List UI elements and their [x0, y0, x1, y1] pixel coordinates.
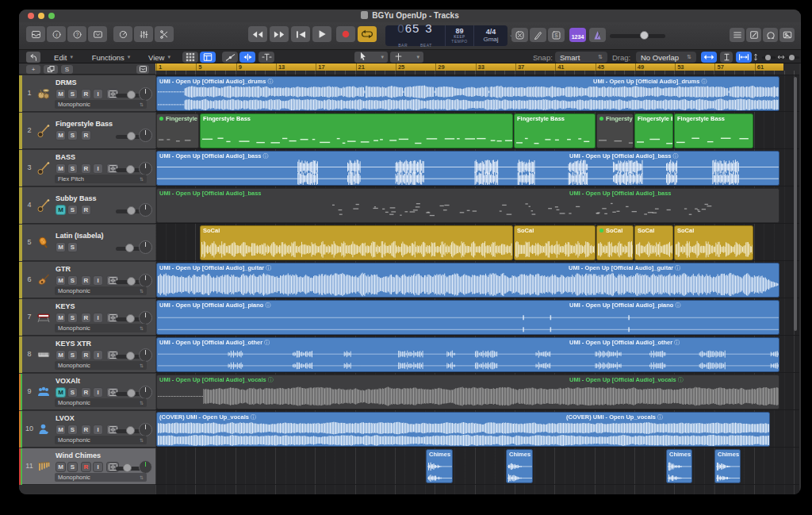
track-volume-slider[interactable] — [116, 133, 141, 141]
lcd-position[interactable]: 0653 BARBEAT — [385, 25, 446, 46]
scroll-arrows-button[interactable] — [701, 52, 717, 63]
region-fingerstyle-bass[interactable]: Fingerstyle Bass — [200, 113, 513, 148]
solo-mode-button[interactable]: S — [548, 28, 565, 42]
track-lane[interactable]: UMI - Open Up [Official Audio]_bass ⓘUMI… — [155, 150, 799, 186]
smart-controls-button[interactable] — [113, 26, 132, 42]
track-record-button[interactable]: R — [81, 89, 91, 99]
track-flex-mode-dropdown[interactable]: Monophonic⇅ — [55, 361, 147, 370]
track-volume-slider[interactable] — [116, 464, 141, 473]
tracks-area[interactable]: 15913172125293337414549535761 UMI - Open… — [155, 63, 799, 494]
track-flex-mode-dropdown[interactable]: Monophonic⇅ — [55, 398, 147, 407]
track-mute-button[interactable]: M — [56, 387, 66, 398]
layout-button[interactable] — [200, 52, 216, 63]
track-solo-button[interactable]: S — [67, 242, 78, 252]
track-pan-knob[interactable] — [139, 386, 152, 399]
track-header-subby-bass[interactable]: 4Subby BassMSR — [19, 187, 155, 224]
track-volume-slider[interactable] — [116, 427, 141, 436]
track-header-latin-isabela-[interactable]: 5Latin (Isabela)MS — [19, 225, 155, 261]
region-umi-open-up-official-audio-bass[interactable]: UMI - Open Up [Official Audio]_bass ⓘUMI… — [156, 151, 779, 186]
count-in-button[interactable]: 1234 — [569, 28, 586, 42]
track-lane[interactable]: UMI - Open Up [Official Audio]_guitar ⓘU… — [155, 262, 799, 298]
track-solo-button[interactable]: S — [67, 350, 78, 360]
region-chimes-2-1[interactable]: Chimes 2.1 — [426, 449, 453, 483]
track-input-monitor-button[interactable]: I — [93, 89, 103, 99]
lcd-display[interactable]: 0653 BARBEAT 89 KEEP TEMPO 4/4 Gmaj — [385, 25, 508, 46]
track-flex-mode-dropdown[interactable]: Monophonic⇅ — [55, 324, 147, 332]
track-lane[interactable]: (COVER) UMI - Open Up_vocals ⓘ(COVER) UM… — [155, 411, 799, 448]
track-solo-button[interactable]: S — [67, 163, 78, 174]
track-volume-slider[interactable] — [116, 390, 141, 398]
mixer-button[interactable] — [134, 26, 153, 42]
track-solo-button[interactable]: S — [67, 313, 78, 323]
track-pan-knob[interactable] — [139, 460, 152, 474]
track-record-button[interactable]: R — [81, 387, 91, 398]
track-lane[interactable]: UMI - Open Up [Official Audio]_piano ⓘUM… — [155, 299, 799, 336]
track-solo-button[interactable]: S — [67, 387, 78, 398]
track-volume-slider[interactable] — [116, 278, 141, 286]
region-fingerstyle-ba[interactable]: Fingerstyle Ba — [156, 113, 199, 148]
track-mute-button[interactable]: M — [56, 425, 66, 435]
track-input-monitor-button[interactable]: I — [93, 350, 103, 360]
lcd-tempo[interactable]: 89 KEEP TEMPO — [446, 25, 474, 46]
track-name[interactable]: KEYS XTR — [56, 340, 91, 348]
track-mute-button[interactable]: M — [56, 275, 66, 286]
track-pan-knob[interactable] — [139, 240, 152, 254]
track-flex-mode-dropdown[interactable]: Monophonic⇅ — [55, 473, 147, 482]
replace-mode-button[interactable] — [511, 28, 528, 42]
horizontal-zoom-slider[interactable] — [779, 53, 799, 61]
master-volume-slider[interactable] — [610, 32, 665, 40]
track-input-monitor-button[interactable]: I — [93, 163, 103, 174]
track-solo-button[interactable]: S — [67, 89, 78, 99]
region-socal[interactable]: SoCal — [596, 225, 634, 260]
region-fingerstyle-bass[interactable]: Fingerstyle Bass — [514, 113, 596, 148]
editors-button[interactable] — [155, 26, 174, 42]
track-volume-slider[interactable] — [116, 207, 141, 216]
track-record-button[interactable]: R — [81, 425, 91, 435]
list-editors-button[interactable] — [730, 28, 745, 42]
track-record-button[interactable]: R — [81, 130, 91, 140]
region-socal[interactable]: SoCal — [514, 225, 596, 260]
region-umi-open-up-official-audio-guitar[interactable]: UMI - Open Up [Official Audio]_guitar ⓘU… — [156, 263, 779, 298]
track-flex-mode-dropdown[interactable]: Monophonic⇅ — [55, 286, 147, 295]
region-chimes-2-3[interactable]: Chimes 2.3 — [666, 449, 692, 483]
track-pan-knob[interactable] — [139, 311, 152, 325]
note-pads-button[interactable] — [746, 28, 761, 42]
track-volume-slider[interactable] — [116, 352, 141, 361]
track-header-fingerstyle-bass[interactable]: 2Fingerstyle BassMSR — [19, 113, 155, 149]
cycle-region[interactable]: 15913172125293337414549535761 — [155, 63, 783, 71]
toolbar-toggle-button[interactable] — [88, 26, 107, 42]
track-record-button[interactable]: R — [81, 205, 91, 215]
track-mute-button[interactable]: M — [56, 205, 66, 215]
track-name[interactable]: VOXAlt — [56, 377, 80, 385]
track-pan-knob[interactable] — [139, 162, 152, 175]
track-name[interactable]: GTR — [56, 265, 71, 273]
track-lane[interactable]: SoCalSoCalSoCalSoCalSoCal — [155, 225, 799, 261]
track-solo-button[interactable]: S — [67, 205, 78, 215]
track-volume-slider[interactable] — [116, 315, 141, 324]
region-umi-open-up-official-audio-other[interactable]: UMI - Open Up [Official Audio]_other ⓘUM… — [156, 337, 779, 372]
track-name[interactable]: KEYS — [56, 302, 75, 310]
track-name[interactable]: Fingerstyle Bass — [56, 120, 113, 128]
vertical-scrollbar[interactable] — [794, 77, 797, 331]
record-button[interactable] — [336, 26, 355, 42]
h-auto-zoom-button[interactable] — [736, 52, 752, 63]
region-fingerstyle-ba[interactable]: Fingerstyle Ba — [596, 113, 634, 148]
track-lane[interactable]: UMI - Open Up [Official Audio]_other ⓘUM… — [155, 336, 799, 373]
play-button[interactable] — [312, 26, 331, 42]
catch-playhead-button[interactable] — [259, 52, 274, 63]
region-fingerstyle-bass[interactable]: Fingerstyle Bass — [634, 113, 673, 148]
track-solo-button[interactable]: S — [67, 275, 78, 286]
track-volume-slider[interactable] — [116, 91, 141, 100]
grid-button[interactable] — [182, 52, 198, 63]
track-volume-slider[interactable] — [116, 166, 141, 175]
bar-ruler[interactable]: 15913172125293337414549535761 — [155, 63, 799, 75]
track-record-button[interactable]: R — [81, 313, 91, 323]
command-click-tool[interactable]: ▾ — [390, 52, 423, 63]
apple-loops-button[interactable] — [763, 28, 778, 42]
track-header-voxalt[interactable]: 9VOXAltMSRIMonophonic⇅ — [19, 374, 155, 410]
track-pan-knob[interactable] — [139, 348, 152, 362]
track-lane[interactable]: Fingerstyle BaFingerstyle BassFingerstyl… — [155, 113, 799, 149]
track-pan-knob[interactable] — [139, 87, 152, 101]
track-input-monitor-button[interactable]: I — [93, 387, 103, 398]
track-flex-mode-dropdown[interactable]: Monophonic⇅ — [55, 436, 147, 444]
